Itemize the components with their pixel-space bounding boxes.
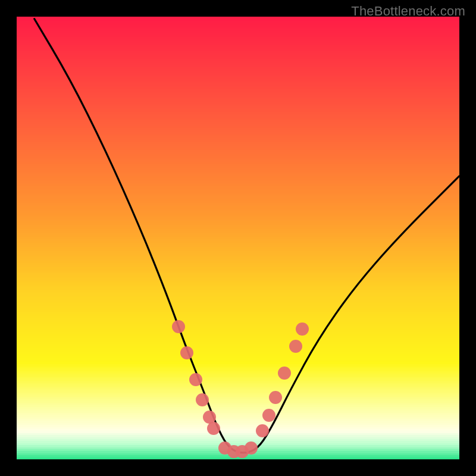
- plot-area: [17, 17, 459, 459]
- chart-frame: TheBottleneck.com: [0, 0, 476, 476]
- marker-left-3: [196, 393, 209, 406]
- watermark-text: TheBottleneck.com: [351, 4, 465, 19]
- marker-left-2: [189, 373, 202, 386]
- marker-right-0: [256, 424, 269, 437]
- marker-left-1: [180, 346, 193, 359]
- marker-left-5: [207, 422, 220, 435]
- marker-right-5: [296, 322, 309, 336]
- marker-right-1: [262, 409, 275, 422]
- marker-right-2: [269, 391, 282, 404]
- marker-left-0: [172, 320, 185, 333]
- curve-markers-layer: [17, 17, 459, 459]
- marker-bottom-3: [245, 441, 258, 455]
- marker-right-4: [289, 340, 302, 353]
- marker-right-3: [278, 367, 291, 380]
